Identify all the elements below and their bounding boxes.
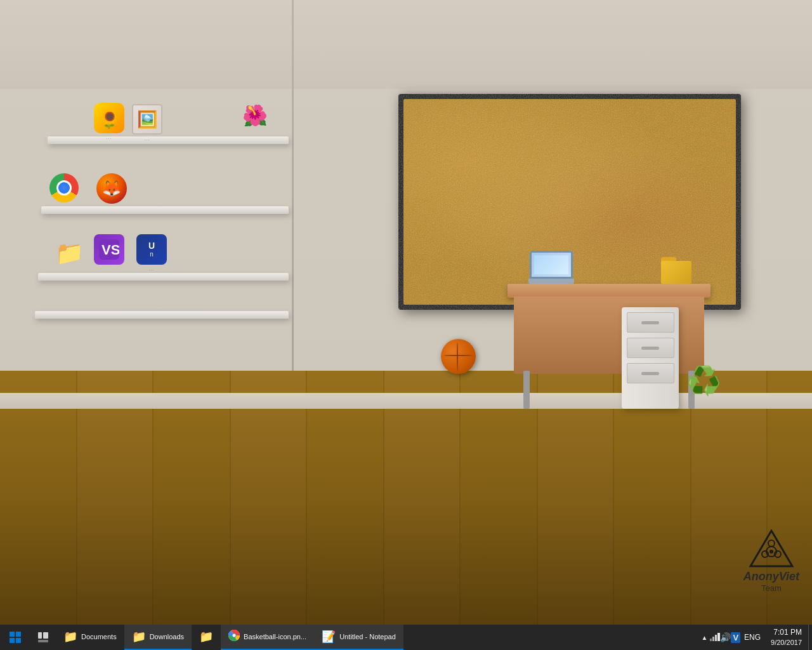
- shelf-1: [48, 136, 289, 144]
- system-clock[interactable]: 7:01 PM 9/20/2017: [764, 628, 808, 647]
- svg-rect-13: [38, 632, 42, 639]
- taskbar-documents-label: Documents: [81, 633, 117, 640]
- watermark-team: Team: [743, 583, 799, 593]
- cabinet-drawer-2[interactable]: [627, 338, 674, 358]
- ceiling: [0, 0, 812, 89]
- flowerpot-app-icon[interactable]: 🌺: [240, 100, 270, 131]
- watermark-name: AnonyViet: [743, 570, 799, 583]
- photo-icon-img: 🖼️: [132, 104, 162, 135]
- desk-surface: [508, 284, 710, 298]
- floor-overlay: [0, 371, 812, 625]
- laptop[interactable]: [530, 251, 574, 284]
- desktop: 🌻 ... 🖼️ ... 🌺 🦊 📁 VS U n ...: [0, 0, 812, 625]
- folder3-icon: 📁: [199, 630, 213, 644]
- drawer-handle-2: [641, 347, 659, 350]
- flowerpot-icon-img: 🌺: [240, 100, 270, 131]
- sunflower-app-icon[interactable]: 🌻 ...: [94, 103, 124, 140]
- network-icon[interactable]: [710, 632, 720, 643]
- unreal-app-icon[interactable]: U n ...: [136, 234, 167, 272]
- svg-rect-15: [38, 640, 48, 642]
- task-view-icon: [38, 632, 48, 642]
- taskbar-notepad-label: Untitled - Notepad: [339, 633, 396, 640]
- laptop-screen: [530, 251, 573, 279]
- chrome-app-icon[interactable]: [49, 173, 79, 202]
- system-tray: ▲ 🔊 V ENG 7:01 PM 9/20/2017: [698, 625, 812, 650]
- network-signal-icon: [710, 632, 720, 641]
- clock-time: 7:01 PM: [771, 628, 802, 638]
- svg-rect-19: [710, 639, 712, 641]
- shelf-3: [38, 273, 289, 281]
- taskbar-chrome[interactable]: Basketball-icon.pn...: [221, 625, 314, 650]
- basketball[interactable]: [441, 339, 476, 374]
- start-button[interactable]: [0, 625, 30, 650]
- photo-app-icon[interactable]: 🖼️ ...: [132, 104, 162, 142]
- vs-icon-img: VS: [94, 234, 124, 265]
- taskbar-folder3[interactable]: 📁: [192, 625, 221, 650]
- svg-text:VS: VS: [102, 242, 119, 258]
- folder-body: [661, 261, 691, 284]
- v-app-icon[interactable]: V: [731, 632, 740, 643]
- svg-point-18: [233, 634, 236, 637]
- drawer-handle-1: [641, 321, 659, 324]
- show-desktop-button[interactable]: [808, 625, 812, 650]
- cabinet-drawer-3[interactable]: [627, 363, 674, 383]
- firefox-app-icon[interactable]: 🦊: [96, 173, 127, 204]
- svg-marker-3: [750, 531, 792, 566]
- unreal-icon-img: U n: [136, 234, 167, 265]
- watermark: AnonyViet Team: [743, 529, 799, 593]
- laptop-screen-content: [534, 255, 568, 274]
- tray-expand-button[interactable]: ▲: [698, 634, 710, 641]
- unreal-dots: ...: [148, 266, 155, 272]
- desk-folder-icon[interactable]: [661, 257, 691, 284]
- downloads-folder-icon: 📁: [132, 630, 146, 644]
- svg-point-5: [768, 540, 775, 547]
- task-view-button[interactable]: [30, 625, 56, 650]
- chrome-taskbar-icon: [228, 630, 240, 644]
- filing-cabinet: [622, 307, 679, 409]
- laptop-base: [528, 279, 574, 284]
- firefox-icon-img: 🦊: [96, 173, 127, 204]
- visual-studio-icon[interactable]: VS: [94, 234, 124, 265]
- biohazard-logo-icon: [749, 529, 794, 567]
- documents-folder-icon: 📁: [63, 630, 77, 644]
- shelf-4: [35, 311, 289, 319]
- clock-date: 9/20/2017: [771, 638, 802, 647]
- taskbar-downloads-label: Downloads: [150, 633, 184, 640]
- taskbar-downloads[interactable]: 📁 Downloads: [124, 625, 192, 650]
- notepad-taskbar-icon: 📝: [322, 630, 336, 644]
- svg-rect-20: [712, 637, 714, 641]
- taskbar: 📁 Documents 📁 Downloads 📁: [0, 625, 812, 650]
- taskbar-pinned-items: 📁 Documents 📁 Downloads 📁: [56, 625, 403, 650]
- sunflower-dots: ...: [106, 135, 112, 140]
- volume-icon[interactable]: 🔊: [720, 632, 731, 642]
- folder-icon-img: 📁: [54, 238, 84, 269]
- recycle-bin[interactable]: ♻️: [687, 362, 720, 399]
- svg-rect-21: [715, 635, 717, 641]
- desk-leg-left: [523, 371, 530, 409]
- shelf-2: [41, 206, 289, 214]
- cabinet-drawer-1[interactable]: [627, 312, 674, 333]
- chrome-icon: [228, 630, 240, 641]
- folder-app-icon[interactable]: 📁: [54, 238, 84, 269]
- svg-rect-9: [10, 632, 15, 637]
- drawer-handle-3: [641, 372, 659, 375]
- taskbar-chrome-label: Basketball-icon.pn...: [244, 633, 306, 640]
- windows-logo-icon: [10, 632, 21, 643]
- photo-dots: ...: [144, 136, 150, 142]
- recycle-bin-icon: ♻️: [686, 364, 721, 397]
- svg-rect-11: [10, 638, 15, 643]
- desk: [508, 231, 710, 409]
- chrome-icon-img: [49, 173, 79, 202]
- sunflower-icon-img: 🌻: [94, 103, 124, 133]
- svg-rect-10: [16, 632, 21, 637]
- svg-rect-14: [43, 632, 48, 639]
- taskbar-documents[interactable]: 📁 Documents: [56, 625, 124, 650]
- svg-point-8: [769, 550, 773, 554]
- language-selector[interactable]: ENG: [740, 633, 764, 642]
- taskbar-notepad[interactable]: 📝 Untitled - Notepad: [314, 625, 403, 650]
- svg-rect-12: [16, 638, 21, 643]
